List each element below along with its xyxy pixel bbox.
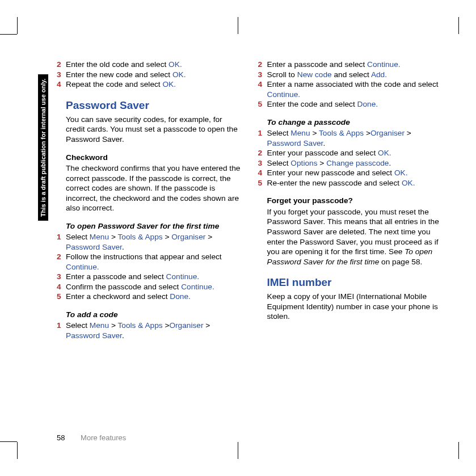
step-number: 1 <box>57 321 66 340</box>
step-body: Enter your new passcode and select OK. <box>267 168 443 178</box>
list-item: 2Enter your passcode and select OK. <box>258 148 443 158</box>
step-number: 5 <box>57 292 66 302</box>
list-item: 3Select Options > Change passcode. <box>258 158 443 169</box>
crop-mark <box>0 34 17 35</box>
link-text: Organiser <box>370 129 405 137</box>
list-item: 4Enter your new passcode and select OK. <box>258 168 443 178</box>
link-text: Password Saver <box>66 331 122 340</box>
link-text: OK. <box>172 70 186 79</box>
step-number: 1 <box>57 232 66 252</box>
crop-mark <box>458 442 459 459</box>
link-text: OK. <box>162 80 176 89</box>
link-text: Password Saver <box>267 139 323 148</box>
list-item: 5Re-enter the new passcode and select OK… <box>258 178 443 188</box>
list-item: 3Enter a passcode and select Continue. <box>57 272 241 282</box>
step-body: Select Menu > Tools & Apps >Organiser > … <box>267 128 443 148</box>
list-item: 4Confirm the passcode and select Continu… <box>57 282 241 292</box>
list-item: 5Enter a checkword and select Done. <box>57 292 241 302</box>
step-body: Enter the old code and select OK. <box>66 60 241 70</box>
step-body: Follow the instructions that appear and … <box>66 252 241 272</box>
crop-mark <box>458 17 459 34</box>
column-left: 2Enter the old code and select OK.3Enter… <box>57 60 241 425</box>
step-body: Select Menu > Tools & Apps >Organiser > … <box>66 321 241 340</box>
step-number: 4 <box>57 79 66 90</box>
link-text: Organiser <box>169 321 203 330</box>
paragraph: The checkword confirms that you have ent… <box>57 163 241 213</box>
step-body: Confirm the passcode and select Continue… <box>66 282 241 292</box>
link-text: Continue. <box>166 272 200 281</box>
page-content: 2Enter the old code and select OK.3Enter… <box>57 60 442 425</box>
list-item: 2Enter a passcode and select Continue. <box>258 60 443 70</box>
step-number: 4 <box>258 168 267 178</box>
step-number: 4 <box>57 282 66 292</box>
link-text: Add. <box>371 70 387 79</box>
link-text: Change passcode <box>326 159 389 167</box>
step-body: Enter the new code and select OK. <box>66 70 241 80</box>
step-number: 3 <box>57 70 66 80</box>
step-number: 3 <box>57 272 66 282</box>
step-number: 2 <box>57 252 66 272</box>
list-item: 2Follow the instructions that appear and… <box>57 252 241 272</box>
step-number: 3 <box>258 158 267 169</box>
link-text: Password Saver <box>66 243 122 251</box>
step-body: Enter your passcode and select OK. <box>267 148 443 158</box>
step-body: Enter a passcode and select Continue. <box>267 60 443 70</box>
list-item: 1Select Menu > Tools & Apps >Organiser >… <box>258 128 443 148</box>
crop-mark <box>0 441 17 442</box>
crop-mark <box>17 442 18 459</box>
step-number: 2 <box>57 60 66 70</box>
list-item: 5Enter the code and select Done. <box>258 99 443 109</box>
link-text: Menu <box>290 129 310 137</box>
link-text: Tools & Apps <box>117 233 162 241</box>
step-body: Enter a name associated with the code an… <box>267 79 443 99</box>
link-text: Options <box>290 159 317 167</box>
step-number: 2 <box>258 60 267 70</box>
list-item: 4Repeat the code and select OK. <box>57 79 241 90</box>
section-name: More features <box>81 433 126 442</box>
step-body: Enter a passcode and select Continue. <box>66 272 241 282</box>
list-item: 2Enter the old code and select OK. <box>57 60 241 70</box>
page-number: 58 <box>57 433 78 442</box>
step-body: Re-enter the new passcode and select OK. <box>267 178 443 188</box>
step-body: Select Menu > Tools & Apps > Organiser >… <box>66 232 241 252</box>
heading-forget-passcode: Forget your passcode? <box>258 196 443 206</box>
column-right: 2Enter a passcode and select Continue.3S… <box>258 60 443 425</box>
link-text: OK. <box>394 169 408 177</box>
list-item: 3Scroll to New code and select Add. <box>258 70 443 80</box>
link-text: New code <box>297 70 332 79</box>
step-number: 2 <box>258 148 267 158</box>
link-text: Continue. <box>367 60 401 69</box>
page-footer: 58 More features <box>57 433 126 442</box>
link-text: OK. <box>169 60 182 69</box>
link-text: Menu <box>90 233 109 241</box>
link-text: Tools & Apps <box>117 321 162 330</box>
list-item: 4Enter a name associated with the code a… <box>258 79 443 99</box>
heading-open-first: To open Password Saver for the first tim… <box>57 221 241 231</box>
draft-label: This is a draft publication for internal… <box>38 74 48 221</box>
list-item: 1Select Menu > Tools & Apps > Organiser … <box>57 232 241 252</box>
paragraph: You can save security codes, for example… <box>57 115 241 145</box>
list-item: 3Enter the new code and select OK. <box>57 70 241 80</box>
step-number: 4 <box>258 79 267 99</box>
link-text: OK. <box>378 149 391 157</box>
list-item: 1Select Menu > Tools & Apps >Organiser >… <box>57 321 241 340</box>
paragraph: Keep a copy of your IMEI (International … <box>258 292 443 322</box>
paragraph: If you forget your passcode, you must re… <box>258 207 443 267</box>
link-text: Continue. <box>267 90 301 99</box>
step-body: Select Options > Change passcode. <box>267 158 443 169</box>
step-body: Enter a checkword and select Done. <box>66 292 241 302</box>
heading-change-passcode: To change a passcode <box>258 117 443 128</box>
crop-mark <box>238 442 238 459</box>
link-text: Continue. <box>66 263 99 271</box>
step-number: 3 <box>258 70 267 80</box>
step-number: 5 <box>258 99 267 109</box>
heading-checkword: Checkword <box>57 153 241 163</box>
step-body: Scroll to New code and select Add. <box>267 70 443 80</box>
heading-imei: IMEI number <box>258 276 443 289</box>
heading-add-code: To add a code <box>57 310 241 320</box>
link-text: Continue. <box>181 283 214 291</box>
crop-mark <box>238 17 238 34</box>
link-text: Done. <box>170 292 191 301</box>
link-text: Organiser <box>171 233 205 241</box>
step-body: Enter the code and select Done. <box>267 99 443 109</box>
